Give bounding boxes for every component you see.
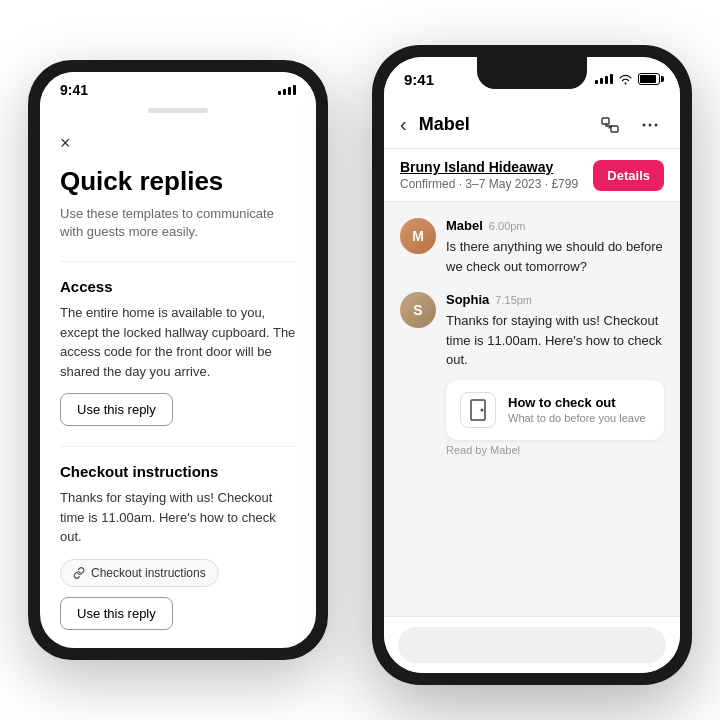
bubble-mabel: Mabel 6.00pm Is there anything we should…: [446, 218, 664, 276]
time-mabel: 6.00pm: [489, 220, 526, 232]
chat-area: M Mabel 6.00pm Is there anything we shou…: [384, 202, 680, 616]
section-heading-access: Access: [60, 278, 296, 295]
nav-title: Mabel: [419, 114, 584, 135]
section-text-access: The entire home is available to you, exc…: [60, 303, 296, 381]
svg-rect-1: [611, 126, 618, 132]
svg-point-4: [655, 123, 658, 126]
message-header-sophia: Sophia 7.15pm: [446, 292, 664, 307]
message-input[interactable]: [398, 627, 666, 663]
avatar-mabel: M: [400, 218, 436, 254]
booking-details: Confirmed · 3–7 May 2023 · £799: [400, 177, 593, 191]
page-subtitle: Use these templates to communicate with …: [60, 205, 296, 241]
right-status-icons: [595, 73, 660, 85]
booking-bar: Bruny Island Hideaway Confirmed · 3–7 Ma…: [384, 149, 680, 202]
sender-sophia: Sophia: [446, 292, 489, 307]
svg-point-2: [643, 123, 646, 126]
more-button[interactable]: [636, 111, 664, 139]
checkout-link-tag[interactable]: Checkout instructions: [60, 559, 219, 587]
details-button[interactable]: Details: [593, 160, 664, 191]
scene: 9:41 × Quick replies Use these: [0, 0, 720, 720]
translate-button[interactable]: [596, 111, 624, 139]
how-to-card[interactable]: How to check out What to do before you l…: [446, 380, 664, 440]
more-icon: [640, 115, 660, 135]
booking-info: Bruny Island Hideaway Confirmed · 3–7 Ma…: [400, 159, 593, 191]
left-notch: [40, 108, 316, 113]
text-sophia: Thanks for staying with us! Checkout tim…: [446, 311, 664, 370]
message-header-mabel: Mabel 6.00pm: [446, 218, 664, 233]
divider-2: [60, 446, 296, 447]
close-button[interactable]: ×: [60, 133, 296, 154]
checkout-link-label: Checkout instructions: [91, 566, 206, 580]
how-to-info: How to check out What to do before you l…: [508, 395, 646, 424]
nav-action-icons: [596, 111, 664, 139]
right-time: 9:41: [404, 71, 434, 88]
section-heading-checkout: Checkout instructions: [60, 463, 296, 480]
avatar-sophia: S: [400, 292, 436, 328]
left-phone: 9:41 × Quick replies Use these: [28, 60, 328, 660]
left-time: 9:41: [60, 82, 88, 98]
door-icon: [460, 392, 496, 428]
translate-icon: [600, 115, 620, 135]
right-signal-icon: [595, 74, 613, 84]
nav-bar: ‹ Mabel: [384, 101, 680, 149]
sender-mabel: Mabel: [446, 218, 483, 233]
bubble-sophia: Sophia 7.15pm Thanks for staying with us…: [446, 292, 664, 456]
svg-rect-0: [602, 118, 609, 124]
right-notch: [477, 57, 587, 89]
divider: [60, 261, 296, 262]
card-subtitle: What to do before you leave: [508, 412, 646, 424]
left-content: × Quick replies Use these templates to c…: [40, 117, 316, 643]
link-icon: [73, 567, 85, 579]
message-mabel: M Mabel 6.00pm Is there anything we shou…: [400, 218, 664, 276]
signal-icon: [278, 85, 296, 95]
property-name[interactable]: Bruny Island Hideaway: [400, 159, 593, 175]
use-reply-button-access[interactable]: Use this reply: [60, 393, 173, 426]
read-receipt: Read by Mabel: [446, 444, 664, 456]
card-title: How to check out: [508, 395, 646, 410]
left-status-icons: [278, 85, 296, 95]
back-button[interactable]: ‹: [400, 113, 407, 136]
svg-point-3: [649, 123, 652, 126]
text-mabel: Is there anything we should do before we…: [446, 237, 664, 276]
section-text-checkout: Thanks for staying with us! Checkout tim…: [60, 488, 296, 547]
time-sophia: 7.15pm: [495, 294, 532, 306]
input-area: [384, 616, 680, 673]
page-title: Quick replies: [60, 166, 296, 197]
battery-icon: [638, 73, 660, 85]
use-reply-button-checkout[interactable]: Use this reply: [60, 597, 173, 630]
message-sophia: S Sophia 7.15pm Thanks for staying with …: [400, 292, 664, 456]
right-phone: 9:41: [372, 45, 692, 685]
left-status-bar: 9:41: [40, 72, 316, 108]
wifi-icon: [618, 73, 633, 85]
svg-point-6: [481, 408, 484, 411]
